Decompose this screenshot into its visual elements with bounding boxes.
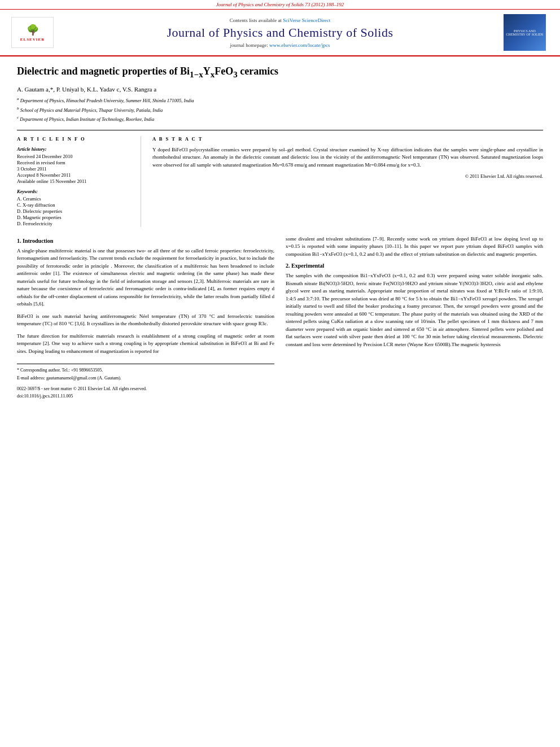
journal-info-center: Contents lists available at SciVerse Sci…	[62, 18, 498, 48]
article-info-abstract-section: A R T I C L E I N F O Article history: R…	[17, 130, 543, 227]
cover-overlay-text: PHYSICS AND CHEMISTRY OF SOLIDS	[504, 28, 546, 37]
footnote-corresponding: * Corresponding author. Tel.: +91 989665…	[17, 367, 274, 373]
section1-title-text: Introduction	[23, 238, 53, 244]
elsevier-brand-text: ELSEVIER	[20, 37, 45, 42]
history-online: Available online 15 November 2011	[17, 178, 132, 184]
affiliation-a-text: Department of Physics, Himachal Pradesh …	[20, 98, 194, 103]
section2-number: 2.	[286, 263, 290, 269]
history-label: Article history:	[17, 146, 132, 152]
abstract-heading: A B S T R A C T	[152, 136, 543, 142]
section1-para3: The future direction for multiferroic ma…	[17, 333, 274, 356]
footnote-email: E-mail address: gautamanamol@gmail.com (…	[17, 375, 274, 381]
affiliation-c-text: Department of Physics, Indian Institute …	[20, 116, 154, 122]
section2-para1: The samples with the composition Bi1−xYx…	[286, 272, 543, 348]
keyword-1: A. Ceramics	[17, 196, 132, 202]
affiliations-section: a Department of Physics, Himachal Prades…	[17, 96, 543, 123]
section1-title: 1. Introduction	[17, 238, 274, 244]
article-info-heading: A R T I C L E I N F O	[17, 136, 132, 142]
section1-number: 1.	[17, 238, 21, 244]
body-right-column: some divalent and trivalent substitution…	[286, 235, 543, 400]
elsevier-logo: 🌳 ELSEVIER	[11, 17, 54, 48]
section1-right-para1: some divalent and trivalent substitution…	[286, 235, 543, 259]
title-text-start: Dielectric and magnetic properties of Bi	[17, 65, 190, 77]
journal-header: 🌳 ELSEVIER Contents lists available at S…	[0, 10, 560, 56]
keyword-5: D. Ferroelectricity	[17, 221, 132, 226]
title-end: ceramics	[238, 65, 278, 77]
affiliation-c-sup: c	[17, 115, 19, 120]
elsevier-logo-section: 🌳 ELSEVIER	[11, 17, 56, 48]
authors-text: A. Gautam a,*, P. Uniyal b, K.L. Yadav c…	[17, 86, 156, 93]
journal-cover-right: PHYSICS AND CHEMISTRY OF SOLIDS	[504, 14, 549, 51]
title-subscript-3: 3	[233, 70, 238, 79]
journal-title: Journal of Physics and Chemistry of Soli…	[62, 25, 498, 40]
body-columns: 1. Introduction A single-phase multiferr…	[17, 235, 543, 400]
title-feo: FeO	[215, 65, 233, 77]
section1-para1: A single-phase multiferroic material is …	[17, 247, 274, 308]
keywords-label: Keywords:	[17, 189, 132, 194]
keyword-4: D. Magnetic properties	[17, 215, 132, 220]
journal-homepage-line: journal homepage: www.elsevier.com/locat…	[62, 42, 498, 48]
footnote-doi: doi:10.1016/j.jpcs.2011.11.005	[17, 393, 274, 399]
main-content: Dielectric and magnetic properties of Bi…	[0, 56, 560, 409]
journal-cover-image: PHYSICS AND CHEMISTRY OF SOLIDS	[504, 14, 546, 51]
section1-para2: BiFeO3 is one such material having antif…	[17, 313, 274, 328]
sciverse-link[interactable]: SciVerse ScienceDirect	[283, 18, 330, 23]
affiliation-b-sup: b	[17, 106, 19, 111]
title-subscript-1: 1−x	[190, 70, 203, 79]
contents-available-text: Contents lists available at SciVerse Sci…	[62, 18, 498, 23]
journal-reference-text: Journal of Physics and Chemistry of Soli…	[216, 2, 344, 7]
title-y: Y	[203, 65, 211, 77]
homepage-link[interactable]: www.elsevier.com/locate/jpcs	[269, 42, 330, 48]
history-received: Received 24 December 2010	[17, 154, 132, 159]
affiliation-c: c Department of Physics, Indian Institut…	[17, 115, 543, 123]
keywords-section: Keywords: A. Ceramics C. X-ray diffracti…	[17, 189, 132, 226]
keyword-3: D. Dielectric properties	[17, 208, 132, 214]
affiliation-b-text: School of Physics and Material Physics, …	[20, 107, 163, 113]
history-revised-label: Received in revised form	[17, 160, 132, 165]
article-history-section: Article history: Received 24 December 20…	[17, 146, 132, 184]
abstract-text: Y doped BiFeO3 polycrystalline ceramics …	[152, 146, 543, 169]
article-info-column: A R T I C L E I N F O Article history: R…	[17, 136, 141, 227]
keyword-2: C. X-ray diffraction	[17, 202, 132, 208]
abstract-copyright: © 2011 Elsevier Ltd. All rights reserved…	[152, 173, 543, 179]
history-revised-date: 3 October 2011	[17, 166, 132, 172]
body-left-column: 1. Introduction A single-phase multiferr…	[17, 235, 274, 400]
affiliation-a-sup: a	[17, 97, 19, 101]
elsevier-tree-icon: 🌳	[27, 24, 39, 36]
section2-title: 2. Experimental	[286, 263, 543, 269]
footnotes-section: * Corresponding author. Tel.: +91 989665…	[17, 364, 274, 399]
abstract-column: A B S T R A C T Y doped BiFeO3 polycryst…	[152, 136, 543, 227]
article-title: Dielectric and magnetic properties of Bi…	[17, 65, 543, 80]
affiliation-b: b School of Physics and Material Physics…	[17, 106, 543, 114]
journal-reference-bar: Journal of Physics and Chemistry of Soli…	[0, 0, 560, 10]
section2-heading: Experimental	[291, 263, 324, 269]
affiliation-a: a Department of Physics, Himachal Prades…	[17, 96, 543, 104]
history-accepted: Accepted 8 November 2011	[17, 172, 132, 178]
footnote-issn: 0022-3697/$ - see front matter © 2011 El…	[17, 386, 274, 392]
authors-line: A. Gautam a,*, P. Uniyal b, K.L. Yadav c…	[17, 86, 543, 93]
